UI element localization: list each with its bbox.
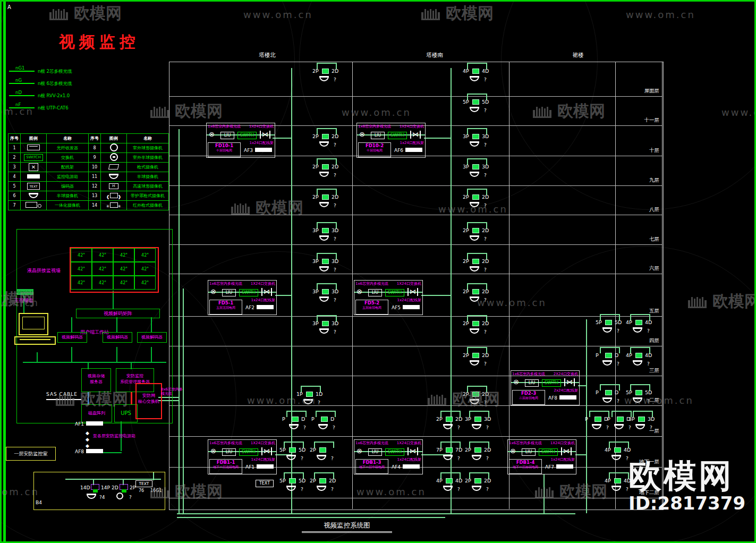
drop-p-label: 5P	[463, 99, 469, 105]
dome-camera-icon	[319, 141, 329, 147]
liu-box: LIU	[368, 289, 382, 296]
section-header-tower-north: 塔楼北	[243, 52, 291, 59]
core-switch-line1: 安防网	[137, 393, 161, 398]
wire	[421, 295, 451, 296]
drop-d-label: 5D	[482, 99, 489, 105]
junction-box-icon	[617, 417, 624, 422]
junction-box-icon	[474, 447, 481, 453]
drop-d-label: 3D	[484, 416, 491, 422]
drop-q-label: ?	[484, 142, 487, 148]
junction-box-icon	[635, 353, 642, 358]
floor-line	[169, 405, 662, 406]
node-switch-label: 1X24口交换机	[400, 124, 424, 129]
junction-box-icon	[474, 417, 481, 422]
camera-drop: 2P 2D ?	[463, 227, 504, 249]
console-keyboard: CONSOLE	[16, 289, 33, 295]
dome-camera-icon	[443, 486, 453, 491]
floor-label: 八层	[618, 206, 659, 213]
fiber-out-label: 8x6芯室内多模光缆	[161, 387, 185, 396]
dome-camera-icon	[602, 327, 612, 333]
legend-name: 配线架	[47, 163, 89, 172]
node-fiber-label: 1x6芯室内多模光缆	[355, 281, 388, 286]
drop-q-label: ?	[484, 400, 487, 405]
node-fiber-label: 1x6芯室内多模光缆	[358, 124, 391, 129]
legend-no: 7	[9, 201, 21, 210]
wire	[543, 474, 545, 513]
decoder-box-3: 视频解码器	[137, 332, 167, 343]
drop-d-label: 5D	[645, 389, 652, 395]
drop-p-label: 2P	[463, 391, 469, 397]
dome-camera-icon	[470, 141, 479, 147]
dome-camera-icon	[319, 296, 329, 302]
floor-label: 六层	[618, 265, 659, 272]
drop-q-label: ?	[650, 425, 652, 430]
section-header-podium: 裙楼	[559, 52, 597, 59]
junction-box-icon	[322, 69, 329, 74]
wire-label: n根 2芯多模光缆	[38, 69, 72, 75]
node-switch-label: 1X24口交换机	[251, 440, 275, 446]
node-fd10-1: 1x6芯室内多模光缆 1X24口交换机 ⊗ LIU SWITH ⋈ 1x24口配…	[206, 123, 275, 158]
camera-drop: 2P 2D ?	[312, 164, 354, 185]
junction-box-icon	[635, 390, 642, 395]
node-room: 地下一层中弱电间	[356, 465, 388, 470]
basement-text-box: TEXT	[135, 480, 152, 487]
node-af-bar	[559, 395, 576, 400]
node-patch-label: 2x24口配线架	[554, 388, 578, 393]
node-fiber-label: 1x6芯室内多模光缆	[512, 371, 545, 377]
camera-drop: 2P 2D ?	[463, 258, 504, 279]
node-fd2-3: 1x6芯室内多模光缆 2X24口交换机 ⊗ LIU SWITH ⋈ 2x24口配…	[511, 370, 580, 405]
green-connector	[100, 452, 122, 453]
junction-box-icon	[322, 134, 329, 139]
drop-q-label: ?	[647, 328, 650, 334]
legend-name: 半球摄像机	[47, 191, 89, 201]
drop-p-label: 2P	[310, 478, 316, 483]
wire-code: nG	[15, 78, 22, 83]
drop-q-label: ?	[334, 142, 336, 148]
core-switch-box: 安防网 核心交换机	[135, 383, 162, 419]
junction-box-icon	[446, 447, 453, 453]
monitor-cell: 42"	[134, 276, 156, 290]
drop-p-label: P	[607, 416, 610, 422]
legend-no: 12	[89, 182, 101, 191]
drop-q-label: ?	[457, 456, 460, 461]
legend-name: 室外球形摄像机	[127, 143, 169, 153]
legend-no: 6	[9, 191, 21, 201]
junction-box-icon	[605, 320, 612, 325]
wire	[183, 289, 184, 513]
wire	[424, 138, 451, 139]
node-room: 地下一层南弱电间	[509, 465, 541, 470]
drop-q-label: ?	[486, 487, 489, 492]
drop-d-label: 3D	[648, 416, 655, 422]
dome-camera-icon	[470, 360, 479, 366]
node-code-box: FD10-2 十层弱电间	[358, 142, 391, 157]
junction-box-icon	[472, 164, 479, 169]
floor-line	[169, 346, 662, 346]
node-fdb1-3: 1x6芯室内多模光缆 1X24口交换机 ⊗ LIU SWITH ⋈ 1x24口配…	[354, 439, 423, 474]
ball2-icon	[101, 153, 127, 163]
wire-label: n根 UTP-CAT6	[38, 105, 69, 112]
riser-divider	[352, 62, 353, 509]
wire-label: n根 6芯多模光缆	[38, 81, 72, 87]
dome-camera-icon	[602, 397, 612, 403]
fiber-coupler-icon: ⊗	[209, 130, 215, 138]
drop-q-label: ?	[457, 425, 460, 430]
gunbr-icon: ❰❱	[101, 191, 127, 201]
drop-d-label: 2D	[455, 416, 462, 422]
dome-camera-icon	[289, 424, 299, 429]
node-patch-label: 1x24口配线架	[397, 457, 421, 462]
dome-camera-icon	[470, 328, 479, 334]
decoder-box-2: 视频解码器	[103, 332, 132, 343]
af-chain-dots: ◆◆◆	[86, 430, 89, 449]
wire-sample-line	[9, 95, 35, 96]
camera-drop: 4P 4D ?	[463, 68, 504, 89]
drop-q-label: ?	[484, 329, 487, 335]
drop-q-label: ?	[617, 361, 619, 367]
camera-drop: 5P 5D ?	[463, 99, 504, 120]
camera-drop: 2P 2D ?	[463, 320, 504, 342]
legend-no: 1	[9, 143, 21, 153]
fiber-coupler-icon: ⊗	[356, 447, 362, 455]
drop-p-label: 5P	[596, 319, 602, 325]
drop-d-label: 3D	[332, 320, 338, 326]
node-patch-label: 1x24口配线架	[251, 457, 275, 462]
monitor-cell: 42"	[134, 262, 156, 276]
